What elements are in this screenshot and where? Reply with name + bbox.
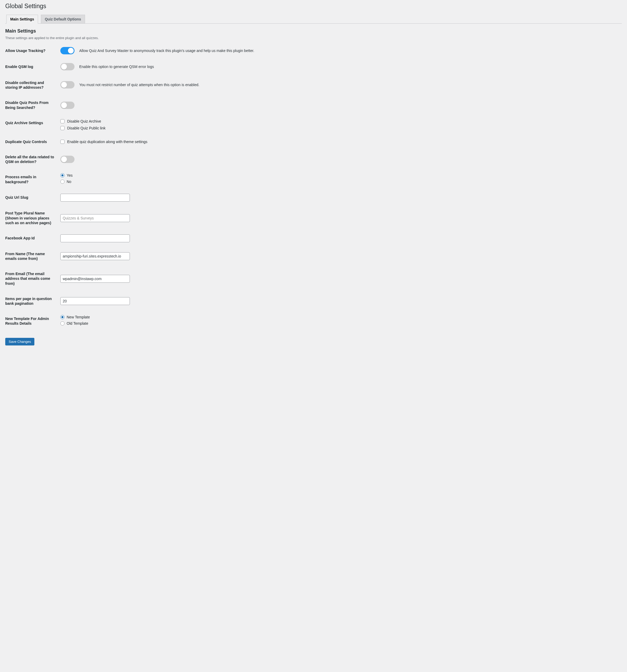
label-disable-quiz-public-link-cb[interactable]: Disable Quiz Public link xyxy=(67,126,105,130)
label-enable-qsm-log: Enable QSM log xyxy=(5,59,58,75)
label-disable-ip: Disable collecting and storing IP addres… xyxy=(5,75,58,95)
radio-emails-no[interactable] xyxy=(60,179,65,184)
section-description: These settings are applied to the entire… xyxy=(5,36,622,40)
label-old-template[interactable]: Old Template xyxy=(67,321,88,326)
input-facebook-app-id[interactable] xyxy=(60,234,130,242)
desc-allow-tracking: Allow Quiz And Survey Master to anonymou… xyxy=(79,49,254,53)
desc-disable-ip: You must not restrict number of quiz att… xyxy=(79,83,199,87)
label-delete-data: Delete all the data related to QSM on de… xyxy=(5,149,58,169)
toggle-enable-qsm-log[interactable] xyxy=(60,63,75,70)
radio-new-template[interactable] xyxy=(60,315,65,319)
tab-quiz-default-options[interactable]: Quiz Default Options xyxy=(41,15,85,23)
label-from-name: From Name (The name emails come from) xyxy=(5,246,58,266)
radio-old-template[interactable] xyxy=(60,321,65,326)
radio-emails-yes[interactable] xyxy=(60,173,65,177)
input-quiz-url-slug[interactable] xyxy=(60,194,130,201)
toggle-delete-data[interactable] xyxy=(60,156,75,163)
settings-table: Allow Usage Tracking? Allow Quiz And Sur… xyxy=(5,43,622,332)
label-enable-duplication-cb[interactable]: Enable quiz duplication along with theme… xyxy=(67,140,147,144)
input-plural-name[interactable] xyxy=(60,214,130,222)
input-from-email[interactable] xyxy=(60,275,130,283)
checkbox-enable-duplication[interactable] xyxy=(60,140,65,144)
label-allow-tracking: Allow Usage Tracking? xyxy=(5,43,58,59)
label-plural-name: Post Type Plural Name (Shown in various … xyxy=(5,206,58,231)
label-facebook-app-id: Facebook App Id xyxy=(5,231,58,246)
input-from-name[interactable] xyxy=(60,252,130,260)
label-items-per-page: Items per page in question bank paginati… xyxy=(5,291,58,311)
label-quiz-archive: Quiz Archive Settings xyxy=(5,115,58,134)
checkbox-disable-quiz-archive[interactable] xyxy=(60,119,65,123)
toggle-disable-ip[interactable] xyxy=(60,81,75,89)
input-items-per-page[interactable] xyxy=(60,297,130,305)
label-process-emails-bg: Process emails in background? xyxy=(5,169,58,190)
label-quiz-url-slug: Quiz Url Slug xyxy=(5,190,58,206)
page-title: Global Settings xyxy=(5,3,622,10)
save-button[interactable]: Save Changes xyxy=(5,338,34,345)
label-disable-search: Disable Quiz Posts From Being Searched? xyxy=(5,95,58,115)
label-admin-results-template: New Template For Admin Results Details xyxy=(5,311,58,332)
label-from-email: From Email (The email address that email… xyxy=(5,266,58,291)
section-title: Main Settings xyxy=(5,28,622,34)
label-duplicate-controls: Duplicate Quiz Controls xyxy=(5,134,58,149)
label-new-template[interactable]: New Template xyxy=(67,315,90,319)
checkbox-disable-quiz-public-link[interactable] xyxy=(60,126,65,130)
label-disable-quiz-archive-cb[interactable]: Disable Quiz Archive xyxy=(67,119,101,123)
label-emails-yes[interactable]: Yes xyxy=(67,173,73,177)
tab-main-settings[interactable]: Main Settings xyxy=(6,15,38,24)
desc-enable-qsm-log: Enable this option to generate QSM error… xyxy=(79,65,154,69)
tab-nav: Main Settings Quiz Default Options xyxy=(5,15,622,24)
label-emails-no[interactable]: No xyxy=(67,179,71,184)
toggle-allow-tracking[interactable] xyxy=(60,47,75,54)
toggle-disable-search[interactable] xyxy=(60,102,75,109)
